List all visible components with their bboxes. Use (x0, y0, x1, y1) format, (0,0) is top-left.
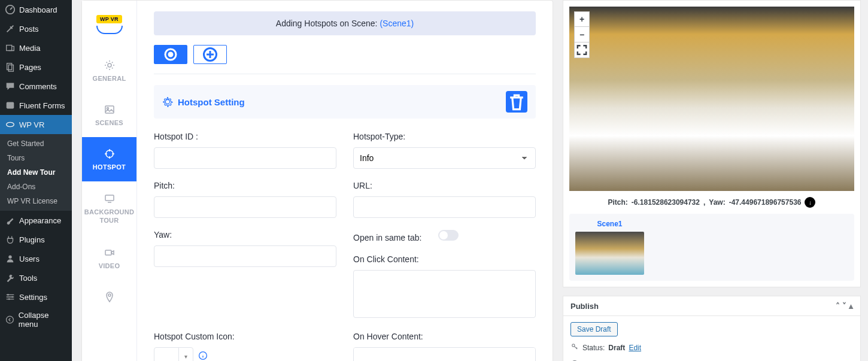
field-url: URL: (353, 181, 536, 218)
menu-label: Comments (19, 82, 57, 91)
menu-fluent-forms[interactable]: Fluent Forms (0, 96, 72, 115)
menu-tools[interactable]: Tools (0, 268, 72, 287)
scene-thumbnail-strip: Scene1 (569, 214, 854, 281)
menu-posts[interactable]: Posts (0, 19, 72, 38)
panorama-preview[interactable]: + − (569, 7, 854, 191)
info-icon[interactable] (198, 351, 208, 362)
scene-banner: Adding Hotspots on Scene: (Scene1) (154, 11, 536, 35)
edit-status-link[interactable]: Edit (629, 344, 641, 352)
submenu-license[interactable]: WP VR License (0, 194, 72, 208)
pin-icon (104, 291, 116, 303)
submenu-get-started[interactable]: Get Started (0, 136, 72, 151)
banner-scene-link[interactable]: (Scene1) (380, 19, 414, 28)
submenu-addons[interactable]: Add-Ons (0, 180, 72, 194)
label-yaw: Yaw: (154, 230, 336, 239)
scene-thumb-label: Scene1 (575, 220, 644, 232)
label-url: URL: (353, 181, 536, 190)
tab-video[interactable]: VIDEO (82, 236, 136, 280)
field-pitch: Pitch: (154, 181, 336, 218)
hotspot-button-row (154, 45, 536, 64)
svg-point-17 (108, 294, 111, 296)
form-icon (5, 100, 16, 111)
input-hotspot-id[interactable] (154, 147, 336, 169)
status-value: Draft (608, 344, 625, 352)
wp-vr-submenu: Get Started Tours Add New Tour Add-Ons W… (0, 134, 72, 211)
submenu-tours[interactable]: Tours (0, 151, 72, 165)
menu-pages[interactable]: Pages (0, 57, 72, 77)
input-yaw[interactable] (154, 245, 336, 267)
svg-point-5 (7, 122, 14, 126)
download-coords-button[interactable]: ↓ (805, 197, 815, 208)
banner-prefix: Adding Hotspots on Scene: (276, 19, 380, 28)
yaw-label: Yaw: (709, 198, 725, 207)
field-custom-icon: Hotspot Custom Icon: ▾ (154, 332, 336, 361)
tab-label: VIDEO (99, 262, 120, 269)
menu-wp-vr[interactable]: WP VR (0, 115, 72, 134)
field-on-hover: On Hover Content: (353, 332, 536, 361)
current-hotspot-button[interactable] (154, 45, 187, 64)
textarea-on-hover[interactable] (353, 347, 536, 361)
field-open-same-tab: Open in same tab: (353, 230, 536, 242)
wrench-icon (5, 272, 16, 283)
visibility-line: Visibility: Public Edit (570, 359, 853, 361)
input-pitch[interactable] (154, 196, 336, 218)
menu-appearance[interactable]: Appearance (0, 211, 72, 230)
menu-label: Media (19, 44, 40, 53)
main-content: WP VR GENERAL SCENES HOTSPOT BACK (72, 0, 868, 361)
scene-thumb-image (575, 232, 644, 275)
label-on-hover: On Hover Content: (353, 332, 536, 341)
menu-plugins[interactable]: Plugins (0, 230, 72, 249)
save-draft-button[interactable]: Save Draft (570, 322, 618, 336)
menu-users[interactable]: Users (0, 249, 72, 268)
tab-more[interactable] (82, 280, 136, 314)
zoom-in-button[interactable]: + (574, 11, 590, 27)
zoom-out-button[interactable]: − (574, 27, 590, 43)
label-hotspot-id: Hotspot ID : (154, 132, 336, 141)
tab-hotspot[interactable]: HOTSPOT (82, 137, 136, 181)
hotspot-tab-body: Adding Hotspots on Scene: (Scene1) Hotsp… (137, 1, 553, 361)
menu-comments[interactable]: Comments (0, 77, 72, 96)
publish-header: Publish ˄ ˅ ▴ (563, 296, 860, 316)
menu-collapse[interactable]: Collapse menu (0, 307, 72, 333)
tab-background-tour[interactable]: BACKGROUND TOUR (82, 181, 136, 236)
move-down-icon[interactable]: ˅ (842, 301, 846, 311)
move-up-icon[interactable]: ˄ (836, 301, 840, 311)
icon-dropdown-trigger[interactable]: ▾ (178, 348, 193, 361)
device-icon (104, 192, 116, 204)
brush-icon (5, 215, 16, 226)
svg-point-6 (8, 256, 11, 259)
fullscreen-button[interactable] (574, 43, 590, 58)
toggle-panel-icon[interactable]: ▴ (849, 301, 853, 311)
svg-rect-4 (7, 102, 14, 109)
tab-label: BACKGROUND TOUR (84, 208, 135, 225)
menu-media[interactable]: Media (0, 38, 72, 57)
add-hotspot-button[interactable] (193, 45, 227, 64)
textarea-on-click[interactable] (353, 270, 536, 318)
menu-label: Plugins (19, 235, 45, 244)
tab-scenes[interactable]: SCENES (82, 93, 136, 137)
label-custom-icon: Hotspot Custom Icon: (154, 332, 336, 341)
menu-settings[interactable]: Settings (0, 287, 72, 307)
scene-thumbnail[interactable]: Scene1 (575, 220, 644, 275)
menu-label: Posts (19, 25, 39, 34)
menu-dashboard[interactable]: Dashboard (0, 0, 72, 19)
svg-point-8 (11, 296, 13, 298)
publish-title: Publish (570, 302, 599, 311)
submenu-add-new-tour[interactable]: Add New Tour (0, 165, 72, 180)
svg-rect-2 (7, 63, 12, 70)
svg-point-19 (169, 53, 172, 56)
svg-rect-16 (105, 250, 111, 255)
tab-general[interactable]: GENERAL (82, 48, 136, 93)
input-url[interactable] (353, 196, 536, 218)
icon-swatch (154, 348, 178, 361)
pitch-label: Pitch: (608, 198, 628, 207)
svg-point-11 (108, 63, 111, 67)
label-open-same-tab: Open in same tab: (353, 233, 421, 242)
toggle-open-same-tab[interactable] (438, 230, 459, 241)
image-icon (104, 104, 116, 116)
gear-icon (162, 96, 173, 107)
collapse-icon (5, 314, 15, 325)
status-label: Status: (582, 344, 605, 352)
delete-hotspot-button[interactable] (506, 91, 527, 113)
select-hotspot-type[interactable]: Info (353, 147, 536, 169)
